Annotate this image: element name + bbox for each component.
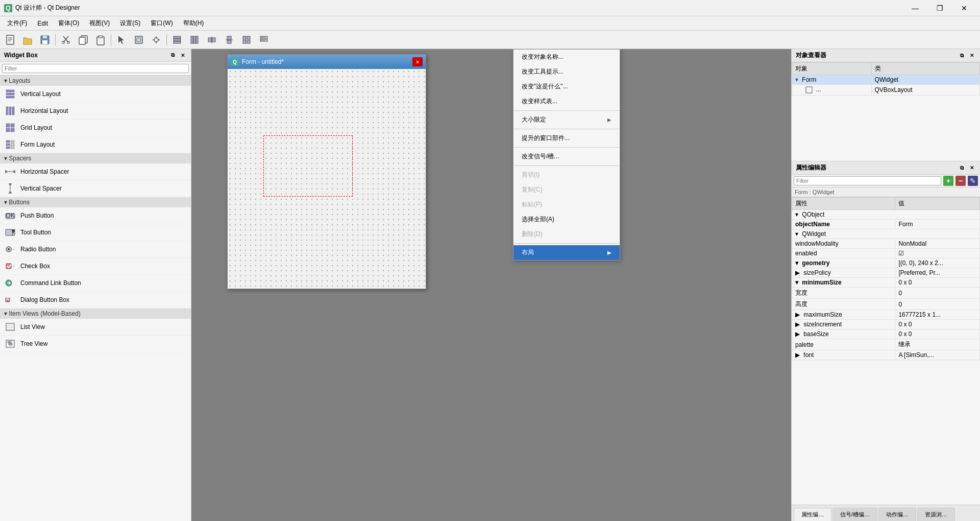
- prop-row-maximumsize[interactable]: ▶ maximumSize 16777215 x 1...: [792, 310, 980, 320]
- oi-close-btn[interactable]: ✕: [968, 52, 976, 60]
- pe-close-btn[interactable]: ✕: [968, 164, 976, 172]
- ctx-whatsthis[interactable]: 改变"这是什么"...: [513, 79, 620, 94]
- form-close-btn[interactable]: ✕: [412, 57, 423, 66]
- widget-vertical-layout[interactable]: Vertical Layout: [0, 86, 191, 103]
- oi-row-form[interactable]: ▾ Form QWidget: [792, 75, 980, 85]
- menu-view[interactable]: 视图(V): [84, 17, 115, 30]
- prop-row-geometry[interactable]: ▾ geometry [(0, 0), 240 x 2...: [792, 258, 980, 268]
- prop-row-minimumsize[interactable]: ▾ minimumSize 0 x 0: [792, 278, 980, 288]
- prop-value-sizeincrement[interactable]: 0 x 0: [895, 320, 980, 329]
- prop-value-font[interactable]: A [SimSun,...: [895, 350, 980, 360]
- prop-value-palette[interactable]: 继承: [895, 339, 980, 350]
- layout-h-button[interactable]: [186, 33, 203, 47]
- prop-value-minimumsize[interactable]: 0 x 0: [895, 278, 980, 288]
- prop-row-height[interactable]: 高度 0: [792, 299, 980, 310]
- layout-grid-button[interactable]: [238, 33, 255, 47]
- prop-add-btn[interactable]: +: [943, 176, 953, 186]
- prop-value-geometry[interactable]: [(0, 0), 240 x 2...: [895, 258, 980, 268]
- ctx-tooltip[interactable]: 改变工具提示...: [513, 64, 620, 79]
- signal-button[interactable]: [148, 33, 164, 47]
- tab-signals[interactable]: 信号/槽编…: [832, 508, 877, 521]
- oi-float-btn[interactable]: ⧉: [958, 52, 966, 60]
- widget-horizontal-spacer[interactable]: Horizontal Spacer: [0, 163, 191, 180]
- ctx-rename[interactable]: 改变对象名称...: [513, 50, 620, 64]
- widget-dialog-button-box[interactable]: ✕ Dialog Button Box: [0, 292, 191, 309]
- prop-value-basesize[interactable]: 0 x 0: [895, 329, 980, 339]
- ctx-promote[interactable]: 提升的窗口部件...: [513, 131, 620, 146]
- tab-properties[interactable]: 属性编…: [794, 508, 831, 521]
- form-window[interactable]: Q Form - untitled* ✕: [227, 54, 426, 289]
- oi-row-layout[interactable]: ... QVBoxLayout: [792, 85, 980, 96]
- prop-value-width[interactable]: 0: [895, 288, 980, 299]
- widget-tree-view[interactable]: Tree View: [0, 336, 191, 352]
- prop-value-sizepolicy[interactable]: [Preferred, Pr...: [895, 268, 980, 278]
- prop-value-maximumsize[interactable]: 16777215 x 1...: [895, 310, 980, 320]
- open-button[interactable]: [19, 33, 36, 47]
- ctx-signal-slot[interactable]: 改变信号/槽...: [513, 149, 620, 164]
- widget-horizontal-layout[interactable]: Horizontal Layout: [0, 103, 191, 120]
- prop-value-objectname[interactable]: Form: [895, 220, 980, 229]
- prop-value-windowmodality[interactable]: NonModal: [895, 239, 980, 249]
- prop-row-objectname[interactable]: objectName Form: [792, 220, 980, 229]
- widget-push-button[interactable]: OK Push Button: [0, 207, 191, 224]
- section-spacers[interactable]: ▾ Spacers: [0, 153, 191, 163]
- prop-row-font[interactable]: ▶ font A [SimSun,...: [792, 350, 980, 360]
- menu-file[interactable]: 文件(F): [2, 17, 32, 30]
- cut-button[interactable]: [58, 33, 74, 47]
- section-item-views[interactable]: ▾ Item Views (Model-Based): [0, 309, 191, 319]
- widget-radio-button[interactable]: Radio Button: [0, 241, 191, 258]
- prop-filter-input[interactable]: [794, 176, 941, 185]
- layout-split-h-button[interactable]: [204, 33, 220, 47]
- panel-close-btn[interactable]: ✕: [179, 51, 187, 59]
- ctx-layout[interactable]: 布局 ▶: [513, 245, 620, 260]
- paste-button[interactable]: [92, 33, 109, 47]
- prop-row-sizeincrement[interactable]: ▶ sizeIncrement 0 x 0: [792, 320, 980, 329]
- layout-v-button[interactable]: [169, 33, 185, 47]
- prop-sub-btn[interactable]: −: [955, 176, 966, 186]
- panel-float-btn[interactable]: ⧉: [168, 51, 177, 59]
- layout-form-button[interactable]: [256, 33, 272, 47]
- menu-form[interactable]: 窗体(O): [53, 17, 84, 30]
- app-icon: Q: [4, 4, 12, 12]
- widget-vertical-spacer[interactable]: Vertical Spacer: [0, 180, 191, 197]
- widget-tool-button[interactable]: ▼ Tool Button: [0, 224, 191, 241]
- copy-button[interactable]: [75, 33, 91, 47]
- prop-row-width[interactable]: 宽度 0: [792, 288, 980, 299]
- widget-grid-layout[interactable]: Grid Layout: [0, 120, 191, 136]
- menu-settings[interactable]: 设置(S): [115, 17, 145, 30]
- layout-split-v-button[interactable]: [221, 33, 237, 47]
- prop-row-enabled[interactable]: enabled ☑: [792, 249, 980, 258]
- section-buttons[interactable]: ▾ Buttons: [0, 197, 191, 207]
- form-canvas[interactable]: [228, 69, 426, 289]
- menu-help[interactable]: 帮助(H): [178, 17, 209, 30]
- widget-command-link-button[interactable]: Command Link Button: [0, 275, 191, 292]
- close-button[interactable]: ✕: [952, 0, 976, 16]
- section-layouts[interactable]: ▾ Layouts: [0, 76, 191, 86]
- new-button[interactable]: [2, 33, 18, 47]
- save-button[interactable]: [37, 33, 53, 47]
- menu-window[interactable]: 窗口(W): [145, 17, 178, 30]
- minimize-button[interactable]: —: [903, 0, 927, 16]
- prop-value-enabled[interactable]: ☑: [895, 249, 980, 258]
- ctx-stylesheet[interactable]: 改变样式表...: [513, 94, 620, 109]
- filter-input[interactable]: [2, 64, 189, 73]
- prop-row-windowmodality[interactable]: windowModality NonModal: [792, 239, 980, 249]
- widget-form-layout[interactable]: Form Layout: [0, 136, 191, 153]
- menu-edit[interactable]: Edit: [32, 18, 53, 29]
- prop-value-height[interactable]: 0: [895, 299, 980, 310]
- tab-resources[interactable]: 资源浏…: [917, 508, 955, 521]
- ctx-select-all[interactable]: 选择全部(A): [513, 212, 620, 227]
- tab-actions[interactable]: 动作编…: [878, 508, 916, 521]
- ctx-size-constraint[interactable]: 大小限定 ▶: [513, 112, 620, 127]
- select-button[interactable]: [113, 33, 130, 47]
- pe-float-btn[interactable]: ⧉: [958, 164, 966, 172]
- prop-row-basesize[interactable]: ▶ baseSize 0 x 0: [792, 329, 980, 339]
- widget-button[interactable]: [131, 33, 147, 47]
- widget-check-box[interactable]: Check Box: [0, 258, 191, 275]
- prop-edit-btn[interactable]: ✎: [968, 176, 978, 186]
- canvas-area[interactable]: Q Form - untitled* ✕ 改变对象名称... 改变工具提示...…: [191, 49, 791, 521]
- prop-row-sizepolicy[interactable]: ▶ sizePolicy [Preferred, Pr...: [792, 268, 980, 278]
- maximize-button[interactable]: ❐: [928, 0, 951, 16]
- widget-list-view[interactable]: List View: [0, 319, 191, 336]
- prop-row-palette[interactable]: palette 继承: [792, 339, 980, 350]
